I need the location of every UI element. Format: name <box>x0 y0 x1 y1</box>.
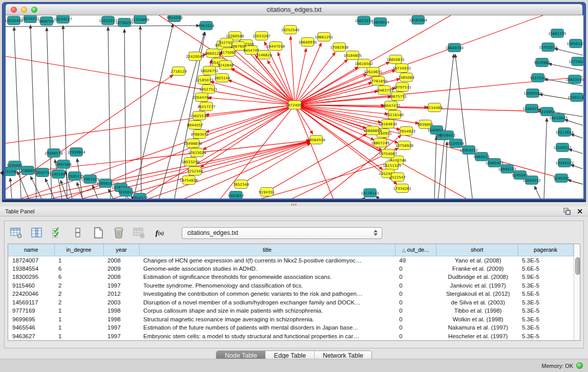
column-header-name[interactable]: name <box>8 244 54 256</box>
cell-out_degree[interactable]: 0 <box>395 307 436 315</box>
network-node[interactable]: 7652348 <box>233 180 249 189</box>
network-node[interactable]: 9124578 <box>448 139 464 148</box>
column-header-title[interactable]: title <box>139 244 395 256</box>
table-scrollbar[interactable] <box>574 244 580 340</box>
network-node[interactable]: 18164610 <box>379 120 397 128</box>
cell-short[interactable]: de Silva et al. (2003) <box>436 298 518 307</box>
network-node[interactable]: 12104512 <box>553 143 572 152</box>
table-row[interactable]: 911546021997Tourette syndrome. Phenomeno… <box>8 281 573 290</box>
network-node[interactable]: 16754836 <box>180 176 198 185</box>
cell-in_degree[interactable]: 1 <box>54 307 103 315</box>
network-window-titlebar[interactable]: citations_edges.txt <box>6 4 582 15</box>
table-selector-dropdown[interactable]: citations_edges.txt <box>182 227 382 239</box>
network-node[interactable]: 10756928 <box>395 141 413 150</box>
column-header-in_degree[interactable]: in_degree <box>54 244 103 256</box>
table-row[interactable]: 946362711997Embryonic stem cells: a mode… <box>8 332 573 341</box>
cell-year[interactable]: 2008 <box>103 256 139 265</box>
network-node[interactable]: 9331590 <box>6 167 18 176</box>
network-node[interactable]: 8944057 <box>187 121 203 129</box>
network-node[interactable]: 18033253 <box>181 158 200 166</box>
network-node[interactable]: 18463753 <box>375 86 394 95</box>
network-node[interactable]: 9194351 <box>258 188 274 196</box>
function-builder-button[interactable]: f(x) <box>153 226 166 239</box>
cell-name[interactable]: 9463627 <box>8 332 54 341</box>
cell-year[interactable]: 2009 <box>103 265 139 273</box>
network-node[interactable]: 18797511 <box>393 83 411 92</box>
cell-year[interactable]: 1997 <box>103 332 139 341</box>
cell-title[interactable]: Changes of HCN gene expression and I(f) … <box>139 256 395 265</box>
panel-splitter[interactable] <box>0 202 588 207</box>
network-node[interactable]: 15751074 <box>539 43 557 52</box>
network-node[interactable]: 2522547 <box>389 173 405 182</box>
network-node[interactable]: 17761850 <box>369 77 387 85</box>
cell-title[interactable]: Disruption of a novel member of a sodium… <box>139 298 395 307</box>
network-node[interactable]: 12774541 <box>569 57 583 66</box>
cell-title[interactable]: Structural magnetic resonance image aver… <box>139 315 395 324</box>
cell-pagerank[interactable]: 5.5E-5 <box>518 290 573 298</box>
cell-short[interactable]: Tibbo et al. (1998) <box>436 307 518 315</box>
network-node[interactable]: 17833028 <box>188 148 206 157</box>
network-node[interactable]: 13216180 <box>385 111 404 119</box>
network-node[interactable]: 14527521 <box>199 85 217 94</box>
zoom-window-icon[interactable] <box>31 7 37 13</box>
cell-out_degree[interactable]: 49 <box>395 256 436 265</box>
network-node[interactable]: 9464512 <box>473 152 489 161</box>
table-row[interactable]: 1456911722003Disruption of a novel membe… <box>8 298 573 307</box>
network-node[interactable]: 19252540 <box>281 26 299 34</box>
cell-title[interactable]: Corpus callosum shape and size in male p… <box>139 307 395 315</box>
column-header-year[interactable]: year <box>103 244 139 256</box>
cell-year[interactable]: 1998 <box>103 307 139 315</box>
cell-out_degree[interactable]: 0 <box>395 281 436 290</box>
network-node[interactable]: 9227343 <box>530 74 546 82</box>
cell-name[interactable]: 9777169 <box>8 307 54 315</box>
table-row[interactable]: 1830029562008Estimation of significance … <box>8 273 573 281</box>
cell-out_degree[interactable]: 0 <box>395 298 436 307</box>
cell-in_degree[interactable]: 1 <box>54 323 103 332</box>
cell-in_degree[interactable]: 2 <box>54 290 103 298</box>
network-node[interactable]: 19875751 <box>388 92 407 101</box>
cell-in_degree[interactable]: 1 <box>54 256 103 265</box>
cell-in_degree[interactable]: 6 <box>54 273 103 281</box>
network-node[interactable]: 16648784 <box>445 43 464 52</box>
cell-name[interactable]: 9465546 <box>8 323 54 332</box>
network-node[interactable]: 17082918 <box>330 43 349 52</box>
delete-button[interactable] <box>112 226 125 239</box>
network-node[interactable]: 18163904 <box>409 16 427 25</box>
network-node[interactable]: 15498870 <box>184 139 202 148</box>
table-row[interactable]: 946554611997Estimation of the future num… <box>8 323 573 332</box>
network-node[interactable]: 20206576 <box>45 149 63 158</box>
table-settings-button[interactable] <box>10 226 23 239</box>
network-node[interactable]: 22420046 <box>186 52 204 61</box>
cell-out_degree[interactable]: 0 <box>395 290 436 298</box>
network-node[interactable]: 16151325 <box>383 161 401 170</box>
table-row[interactable]: 2242004622012Investigating the contribut… <box>8 290 573 298</box>
cell-pagerank[interactable]: 5.3E-5 <box>518 315 573 324</box>
cell-in_degree[interactable]: 1 <box>54 332 103 341</box>
network-node[interactable]: 11015317 <box>99 16 117 25</box>
network-node[interactable]: 19584554 <box>307 136 325 144</box>
network-node[interactable]: 9245330 <box>553 174 569 183</box>
float-panel-icon[interactable] <box>563 208 571 215</box>
network-node[interactable]: 15661745 <box>548 29 567 38</box>
cell-name[interactable]: 9699695 <box>8 315 54 324</box>
select-all-button[interactable] <box>51 226 64 239</box>
network-node[interactable]: 16640930 <box>298 38 317 47</box>
network-node[interactable]: 12093582 <box>524 89 542 98</box>
network-node[interactable]: 14136141 <box>361 189 379 198</box>
cell-pagerank[interactable]: 5.6E-5 <box>518 265 573 273</box>
network-canvas[interactable]: 1872400710335428105352119806745102341171… <box>6 15 583 199</box>
cell-title[interactable]: Tourette syndrome. Phenomenology and cla… <box>139 281 395 290</box>
cell-in_degree[interactable]: 2 <box>54 281 103 290</box>
network-node[interactable]: 10535211 <box>21 15 39 23</box>
cell-title[interactable]: Estimation of the future numbers of pati… <box>139 323 395 332</box>
network-node[interactable]: 18807249 <box>371 139 389 147</box>
cell-name[interactable]: 18300295 <box>8 273 54 281</box>
memory-status-icon[interactable] <box>576 362 583 369</box>
network-node[interactable]: 10688609 <box>363 126 382 135</box>
network-node[interactable]: 7485083 <box>398 73 414 82</box>
network-node[interactable]: 17334261 <box>393 184 411 193</box>
cell-pagerank[interactable]: 5.3E-5 <box>518 298 573 307</box>
cell-title[interactable]: Investigating the contribution of common… <box>139 290 395 298</box>
cell-short[interactable]: Jankovic et al. (1997) <box>436 281 518 290</box>
table-row[interactable]: 969969511998Structural magnetic resonanc… <box>8 315 573 324</box>
